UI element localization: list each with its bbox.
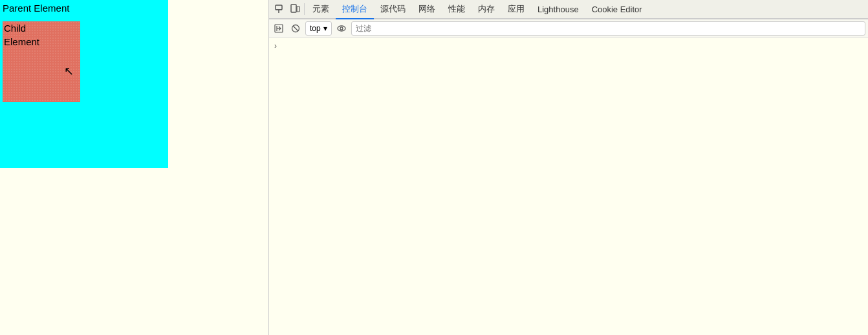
tab-sources[interactable]: 源代码 — [374, 0, 412, 19]
device-toolbar-icon[interactable] — [287, 1, 303, 17]
child-line2: Element — [4, 36, 39, 47]
tab-lighthouse[interactable]: Lighthouse — [531, 0, 585, 19]
context-dropdown[interactable]: top ▾ — [305, 21, 332, 36]
eye-button[interactable] — [334, 21, 349, 36]
child-line1: Child — [4, 23, 26, 34]
tab-cookie-editor[interactable]: Cookie Editor — [585, 0, 649, 19]
preview-area: Parent Element Child Element ↖ — [0, 0, 168, 168]
svg-point-8 — [338, 26, 345, 31]
devtools-tabs: 元素 控制台 源代码 网络 性能 内存 应用 Lighthouse Cookie… — [269, 0, 868, 19]
tab-application[interactable]: 应用 — [501, 0, 531, 19]
parent-element-label: Parent Element — [3, 3, 69, 14]
devtools-panel: 元素 控制台 源代码 网络 性能 内存 应用 Lighthouse Cookie… — [268, 0, 868, 335]
svg-rect-4 — [297, 6, 299, 12]
inspect-element-icon[interactable] — [272, 1, 287, 17]
run-script-button[interactable] — [272, 21, 286, 36]
console-prompt-row[interactable]: › — [272, 40, 865, 52]
tab-elements[interactable]: 元素 — [306, 0, 336, 19]
tab-console[interactable]: 控制台 — [336, 0, 374, 19]
context-dropdown-label: top — [310, 24, 321, 33]
child-element-label: Child Element — [3, 21, 41, 49]
tab-memory[interactable]: 内存 — [472, 0, 501, 19]
tab-performance[interactable]: 性能 — [442, 0, 472, 19]
block-button[interactable] — [288, 21, 303, 36]
console-content: › — [269, 38, 868, 335]
child-element-box: Child Element ↖ — [3, 21, 80, 102]
tab-network[interactable]: 网络 — [412, 0, 442, 19]
svg-rect-3 — [291, 5, 296, 12]
filter-input[interactable] — [351, 21, 865, 36]
svg-point-9 — [340, 27, 343, 30]
svg-rect-0 — [276, 5, 282, 10]
cursor-icon: ↖ — [64, 65, 74, 77]
tab-separator — [304, 3, 305, 15]
console-toolbar: top ▾ — [269, 19, 868, 38]
prompt-chevron-icon: › — [274, 41, 277, 50]
svg-line-7 — [293, 26, 298, 31]
dropdown-arrow-icon: ▾ — [323, 24, 327, 33]
